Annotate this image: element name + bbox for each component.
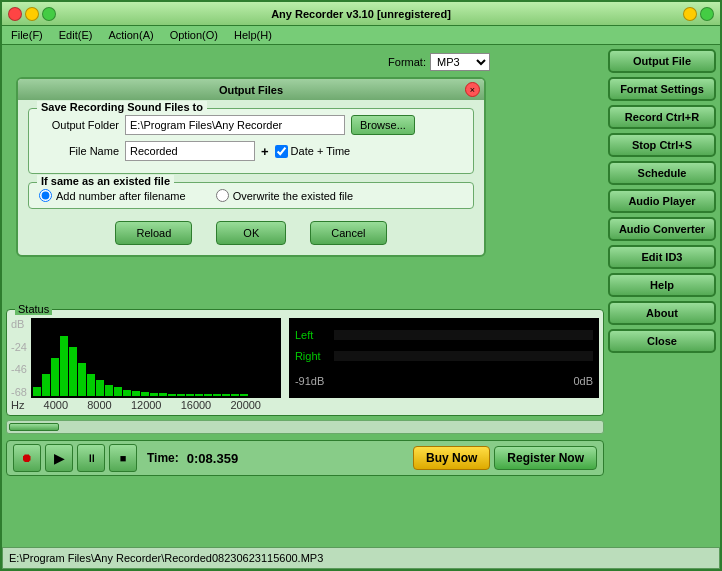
output-file-button[interactable]: Output File bbox=[608, 49, 716, 73]
plus-sign: + bbox=[261, 144, 269, 159]
dialog-action-buttons: Reload OK Cancel bbox=[28, 217, 474, 247]
app-title: Any Recorder v3.10 [unregistered] bbox=[271, 8, 451, 20]
vis-bar bbox=[195, 394, 203, 396]
vis-bar bbox=[60, 336, 68, 396]
ok-button[interactable]: OK bbox=[216, 221, 286, 245]
format-settings-button[interactable]: Format Settings bbox=[608, 77, 716, 101]
time-label: Time: bbox=[147, 451, 179, 465]
stop-button-side[interactable]: Stop Ctrl+S bbox=[608, 133, 716, 157]
status-bar: E:\Program Files\Any Recorder\Recorded08… bbox=[2, 547, 720, 569]
close-button[interactable] bbox=[8, 7, 22, 21]
browse-button[interactable]: Browse... bbox=[351, 115, 415, 135]
vis-bar bbox=[69, 347, 77, 396]
min-btn-right[interactable] bbox=[683, 7, 697, 21]
date-time-checkbox-label[interactable]: Date + Time bbox=[275, 145, 351, 158]
dialog-title-bar: Output Files × bbox=[18, 79, 484, 100]
save-group: Save Recording Sound Files to Output Fol… bbox=[28, 108, 474, 174]
add-number-label: Add number after filename bbox=[56, 190, 186, 202]
vis-bar bbox=[141, 392, 149, 396]
format-label: Format: bbox=[388, 56, 426, 68]
overwrite-label: Overwrite the existed file bbox=[233, 190, 353, 202]
date-time-checkbox[interactable] bbox=[275, 145, 288, 158]
cancel-button[interactable]: Cancel bbox=[310, 221, 386, 245]
stop-button[interactable]: ■ bbox=[109, 444, 137, 472]
playback-bar: ⏺ ▶ ⏸ ■ Time: 0:08.359 Buy Now Register … bbox=[6, 440, 604, 476]
audio-player-button[interactable]: Audio Player bbox=[608, 189, 716, 213]
play-button[interactable]: ▶ bbox=[45, 444, 73, 472]
pause-button[interactable]: ⏸ bbox=[77, 444, 105, 472]
vu-left-channel: Left bbox=[295, 329, 593, 341]
file-name-input[interactable] bbox=[125, 141, 255, 161]
vis-bar bbox=[186, 394, 194, 396]
hz-labels: Hz 4000 8000 12000 16000 20000 bbox=[11, 399, 261, 411]
menu-help[interactable]: Help(H) bbox=[231, 28, 275, 42]
add-number-radio-label[interactable]: Add number after filename bbox=[39, 189, 186, 202]
maximize-button[interactable] bbox=[42, 7, 56, 21]
existed-file-group: If same as an existed file Add number af… bbox=[28, 182, 474, 209]
record-button[interactable]: ⏺ bbox=[13, 444, 41, 472]
menu-option[interactable]: Option(O) bbox=[167, 28, 221, 42]
vu-max-label: 0dB bbox=[573, 375, 593, 387]
help-button[interactable]: Help bbox=[608, 273, 716, 297]
register-now-button[interactable]: Register Now bbox=[494, 446, 597, 470]
date-time-label: Date + Time bbox=[291, 145, 351, 157]
vis-bar bbox=[51, 358, 59, 396]
output-files-dialog: Output Files × Save Recording Sound File… bbox=[16, 77, 486, 257]
vu-left-bar-container bbox=[334, 330, 593, 340]
overwrite-radio-label[interactable]: Overwrite the existed file bbox=[216, 189, 353, 202]
vis-bar bbox=[114, 387, 122, 396]
body-section: Format: MP3 WAV WMA OGG Output Files × bbox=[2, 45, 720, 547]
record-button-side[interactable]: Record Ctrl+R bbox=[608, 105, 716, 129]
output-folder-input[interactable] bbox=[125, 115, 345, 135]
menu-file[interactable]: File(F) bbox=[8, 28, 46, 42]
output-folder-row: Output Folder Browse... bbox=[39, 115, 463, 135]
vis-bar bbox=[132, 391, 140, 396]
audio-converter-button[interactable]: Audio Converter bbox=[608, 217, 716, 241]
edit-id3-button[interactable]: Edit ID3 bbox=[608, 245, 716, 269]
vu-right-bar-container bbox=[334, 351, 593, 361]
vu-right-channel: Right bbox=[295, 350, 593, 362]
vis-bar bbox=[150, 393, 158, 396]
output-folder-label: Output Folder bbox=[39, 119, 119, 131]
vis-bar bbox=[123, 390, 131, 397]
close-button-side[interactable]: Close bbox=[608, 329, 716, 353]
vis-bar bbox=[231, 394, 239, 396]
vis-bar bbox=[159, 393, 167, 396]
file-name-row: File Name + Date + Time bbox=[39, 141, 463, 161]
vis-bar bbox=[42, 374, 50, 396]
scrollbar-thumb[interactable] bbox=[9, 423, 59, 431]
status-area: Status dB -24 -46 -68 bbox=[6, 309, 604, 416]
buy-now-button[interactable]: Buy Now bbox=[413, 446, 490, 470]
vis-bar bbox=[33, 387, 41, 396]
vis-bar bbox=[204, 394, 212, 396]
vis-bar bbox=[78, 363, 86, 396]
file-name-label: File Name bbox=[39, 145, 119, 157]
vu-meter: Left Right -91dB bbox=[289, 318, 599, 398]
vis-bar bbox=[168, 394, 176, 396]
vis-bar bbox=[177, 394, 185, 396]
db-scale: dB -24 -46 -68 bbox=[11, 318, 27, 398]
horizontal-scrollbar[interactable] bbox=[6, 420, 604, 434]
add-number-radio[interactable] bbox=[39, 189, 52, 202]
main-left: Format: MP3 WAV WMA OGG Output Files × bbox=[6, 49, 604, 543]
vis-bar bbox=[222, 394, 230, 396]
existed-file-legend: If same as an existed file bbox=[37, 175, 174, 187]
menu-edit[interactable]: Edit(E) bbox=[56, 28, 96, 42]
dialog-body: Save Recording Sound Files to Output Fol… bbox=[18, 100, 484, 255]
visualizer-container: dB -24 -46 -68 Hz 4000 8000 12000 bbox=[11, 318, 599, 411]
visualizer-with-db: dB -24 -46 -68 bbox=[11, 318, 281, 398]
status-label: Status bbox=[15, 303, 52, 315]
schedule-button[interactable]: Schedule bbox=[608, 161, 716, 185]
format-select[interactable]: MP3 WAV WMA OGG bbox=[430, 53, 490, 71]
reload-button[interactable]: Reload bbox=[115, 221, 192, 245]
about-button[interactable]: About bbox=[608, 301, 716, 325]
max-btn-right[interactable] bbox=[700, 7, 714, 21]
overwrite-radio[interactable] bbox=[216, 189, 229, 202]
vis-bar bbox=[240, 394, 248, 396]
menu-action[interactable]: Action(A) bbox=[105, 28, 156, 42]
dialog-close-button[interactable]: × bbox=[465, 82, 480, 97]
vis-bar bbox=[96, 380, 104, 396]
vu-min-label: -91dB bbox=[295, 375, 324, 387]
minimize-button[interactable] bbox=[25, 7, 39, 21]
radio-group: Add number after filename Overwrite the … bbox=[39, 189, 463, 202]
